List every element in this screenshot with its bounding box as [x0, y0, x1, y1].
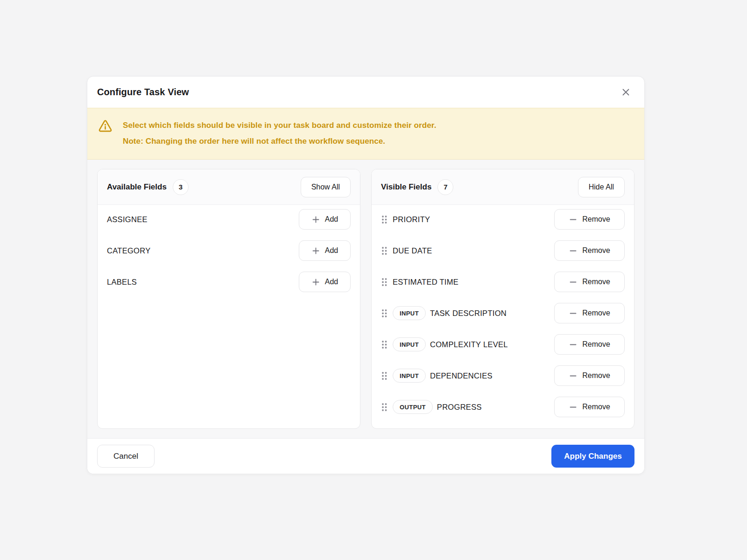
- minus-icon: [569, 246, 578, 255]
- field-type-badge: INPUT: [393, 306, 426, 320]
- field-label: TASK DESCRIPTION: [430, 309, 507, 318]
- banner-text: Select which fields should be visible in…: [123, 118, 436, 149]
- banner-line-1: Select which fields should be visible in…: [123, 118, 436, 133]
- visible-field-row: INPUT DEPENDENCIES Remove: [381, 365, 625, 386]
- banner-line-2: Note: Changing the order here will not a…: [123, 133, 436, 149]
- field-label: ESTIMATED TIME: [393, 278, 458, 287]
- visible-fields-title: Visible Fields: [381, 182, 431, 192]
- six-dot-grip-icon[interactable]: [381, 402, 388, 412]
- field-label: LABELS: [107, 278, 137, 287]
- field-label: DEPENDENCIES: [430, 371, 493, 380]
- dialog-body: Available Fields 3 Show All ASSIGNEE Add: [87, 160, 644, 438]
- hide-all-button[interactable]: Hide All: [578, 177, 625, 197]
- six-dot-grip-icon[interactable]: [381, 215, 388, 224]
- add-field-button[interactable]: Add: [299, 240, 351, 261]
- add-button-label: Add: [325, 215, 338, 224]
- visible-field-row: DUE DATE Remove: [381, 240, 625, 261]
- minus-icon: [569, 215, 578, 224]
- field-type-badge: INPUT: [393, 337, 426, 351]
- remove-button-label: Remove: [582, 403, 610, 411]
- visible-fields-header: Visible Fields 7 Hide All: [372, 169, 634, 205]
- field-label: COMPLEXITY LEVEL: [430, 340, 508, 349]
- minus-icon: [569, 371, 578, 380]
- minus-icon: [569, 340, 578, 349]
- remove-button-label: Remove: [582, 215, 610, 224]
- add-button-label: Add: [325, 278, 338, 286]
- visible-field-row: INPUT COMPLEXITY LEVEL Remove: [381, 334, 625, 355]
- field-label: PROGRESS: [437, 403, 482, 412]
- visible-fields-count-badge: 7: [437, 179, 453, 195]
- available-field-row: ASSIGNEE Add: [107, 209, 351, 230]
- available-fields-header: Available Fields 3 Show All: [98, 169, 360, 205]
- field-label: DUE DATE: [393, 246, 432, 255]
- minus-icon: [569, 278, 578, 287]
- warning-banner: Select which fields should be visible in…: [87, 108, 644, 160]
- remove-button-label: Remove: [582, 340, 610, 349]
- remove-field-button[interactable]: Remove: [554, 303, 625, 323]
- dialog-footer: Cancel Apply Changes: [87, 438, 644, 474]
- visible-field-row: ESTIMATED TIME Remove: [381, 272, 625, 292]
- remove-field-button[interactable]: Remove: [554, 209, 625, 230]
- add-field-button[interactable]: Add: [299, 272, 351, 292]
- remove-button-label: Remove: [582, 246, 610, 255]
- field-type-badge: OUTPUT: [393, 400, 433, 414]
- available-fields-count-badge: 3: [173, 179, 189, 195]
- minus-icon: [569, 309, 578, 318]
- available-fields-panel: Available Fields 3 Show All ASSIGNEE Add: [97, 169, 360, 429]
- visible-field-row: OUTPUT PROGRESS Remove: [381, 397, 625, 417]
- dialog-title: Configure Task View: [97, 87, 189, 98]
- six-dot-grip-icon[interactable]: [381, 371, 388, 381]
- remove-field-button[interactable]: Remove: [554, 397, 625, 417]
- remove-button-label: Remove: [582, 371, 610, 380]
- six-dot-grip-icon[interactable]: [381, 246, 388, 256]
- field-type-badge: INPUT: [393, 369, 426, 383]
- configure-task-view-dialog: Configure Task View Select which fields …: [87, 76, 645, 474]
- field-label: ASSIGNEE: [107, 215, 148, 224]
- visible-fields-panel: Visible Fields 7 Hide All: [371, 169, 634, 429]
- add-field-button[interactable]: Add: [299, 209, 351, 230]
- cancel-button[interactable]: Cancel: [97, 445, 155, 468]
- apply-changes-button[interactable]: Apply Changes: [551, 445, 634, 468]
- available-fields-list: ASSIGNEE Add CATEGORY: [98, 205, 360, 301]
- plus-icon: [311, 278, 320, 287]
- remove-field-button[interactable]: Remove: [554, 365, 625, 386]
- info-triangle-icon: [98, 119, 113, 134]
- remove-field-button[interactable]: Remove: [554, 240, 625, 261]
- show-all-button[interactable]: Show All: [301, 177, 351, 197]
- dialog-header: Configure Task View: [87, 77, 644, 108]
- visible-field-row: INPUT TASK DESCRIPTION Remove: [381, 303, 625, 323]
- six-dot-grip-icon[interactable]: [381, 308, 388, 318]
- remove-button-label: Remove: [582, 278, 610, 286]
- remove-button-label: Remove: [582, 309, 610, 317]
- available-field-row: CATEGORY Add: [107, 240, 351, 261]
- available-fields-title: Available Fields: [107, 182, 167, 192]
- six-dot-grip-icon[interactable]: [381, 277, 388, 287]
- plus-icon: [311, 246, 320, 255]
- remove-field-button[interactable]: Remove: [554, 272, 625, 292]
- available-field-row: LABELS Add: [107, 272, 351, 292]
- field-label: CATEGORY: [107, 246, 150, 255]
- close-button[interactable]: [618, 85, 633, 100]
- six-dot-grip-icon[interactable]: [381, 340, 388, 350]
- field-label: PRIORITY: [393, 215, 430, 224]
- minus-icon: [569, 403, 578, 412]
- plus-icon: [311, 215, 320, 224]
- x-icon: [621, 87, 631, 97]
- add-button-label: Add: [325, 246, 338, 255]
- visible-field-row: PRIORITY Remove: [381, 209, 625, 230]
- visible-fields-list: PRIORITY Remove: [372, 205, 634, 427]
- remove-field-button[interactable]: Remove: [554, 334, 625, 355]
